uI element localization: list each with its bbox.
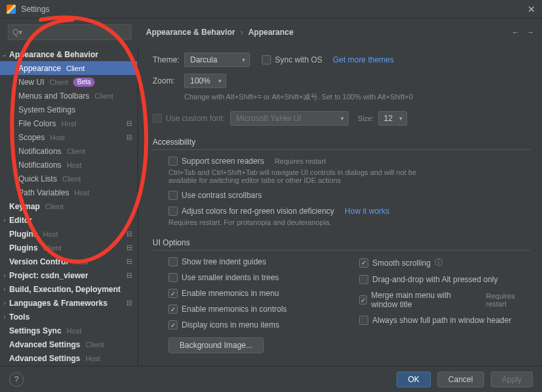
checkbox-icon xyxy=(168,257,178,266)
scope-tag: Host xyxy=(73,258,88,266)
nav-back-icon[interactable]: ← xyxy=(512,28,520,37)
chevron-down-icon: ▾ xyxy=(218,78,222,84)
custom-font-checkbox[interactable]: Use custom font: xyxy=(153,114,225,123)
checkbox-icon xyxy=(359,316,368,325)
sidebar-item[interactable]: Advanced SettingsHost xyxy=(0,351,137,365)
checkbox-icon xyxy=(153,114,162,123)
chevron-down-icon: ▾ xyxy=(341,115,344,122)
sidebar-item-label: Project: csdn_viewer xyxy=(9,271,88,280)
sidebar-item[interactable]: ›Languages & Frameworks⊟ xyxy=(0,296,137,310)
chevron-icon: › xyxy=(1,217,8,224)
sidebar-item[interactable]: ›Other Settings⊟ xyxy=(0,365,137,366)
sidebar-item[interactable]: Path VariablesHost xyxy=(0,185,137,199)
sidebar-item[interactable]: NotificationsClient xyxy=(0,144,137,158)
sidebar-item[interactable]: Advanced SettingsClient xyxy=(0,337,137,351)
sidebar-item-label: Path Variables xyxy=(18,188,69,197)
sidebar-item-label: Build, Execution, Deployment xyxy=(9,285,120,294)
ui-option-checkbox[interactable]: Enable mnemonics in menu xyxy=(168,289,339,298)
sidebar-item[interactable]: File ColorsHost⊟ xyxy=(0,116,137,130)
theme-select[interactable]: Darcula▾ xyxy=(184,53,250,67)
checkbox-icon xyxy=(168,320,178,330)
get-themes-link[interactable]: Get more themes xyxy=(333,55,394,64)
sidebar-item[interactable]: ›Build, Execution, Deployment xyxy=(0,282,137,296)
project-config-icon: ⊟ xyxy=(126,133,132,141)
sidebar-item-label: Settings Sync xyxy=(9,326,61,335)
how-it-works-link[interactable]: How it works xyxy=(345,207,389,216)
close-icon[interactable]: ✕ xyxy=(528,4,535,14)
project-config-icon: ⊟ xyxy=(126,243,132,252)
sidebar-item[interactable]: Menus and ToolbarsClient xyxy=(0,89,137,103)
info-icon: ⓘ xyxy=(435,257,443,268)
checkbox-icon xyxy=(359,275,368,284)
checkbox-icon xyxy=(168,157,178,166)
cancel-button[interactable]: Cancel xyxy=(437,372,484,387)
beta-badge: Beta xyxy=(73,78,95,87)
help-button[interactable]: ? xyxy=(9,372,24,387)
sidebar-item-label: Advanced Settings xyxy=(9,340,80,349)
project-config-icon: ⊟ xyxy=(126,119,132,128)
sidebar-item[interactable]: ›Tools xyxy=(0,310,137,324)
sidebar-item[interactable]: ›System Settings xyxy=(0,103,137,116)
checkbox-icon xyxy=(168,273,178,282)
checkbox-icon xyxy=(168,305,178,314)
sidebar-item[interactable]: ›Project: csdn_viewer⊟ xyxy=(0,268,137,282)
sidebar-item-label: System Settings xyxy=(18,105,76,114)
ui-option-checkbox[interactable]: Always show full path in window header xyxy=(359,316,530,325)
sidebar-item[interactable]: PluginsClient⊟ xyxy=(0,241,137,255)
search-input[interactable]: Q▾ xyxy=(8,24,132,40)
zoom-hint: Change with Alt+Shift+= or Alt+Shift+减号.… xyxy=(184,92,530,102)
sidebar-item[interactable]: Version ControlHost⊟ xyxy=(0,255,137,268)
nav-fwd-icon[interactable]: → xyxy=(526,28,534,37)
ok-button[interactable]: OK xyxy=(397,372,430,387)
sidebar-item-label: Notifications xyxy=(18,147,61,156)
chevron-icon: ⌄ xyxy=(1,51,8,58)
sidebar-item[interactable]: KeymapClient xyxy=(0,199,137,213)
scope-tag: Client xyxy=(62,175,81,183)
chevron-icon: › xyxy=(1,314,8,320)
chevron-icon: › xyxy=(1,300,8,306)
sidebar-item-label: Editor xyxy=(9,216,32,225)
font-select: Microsoft YaHei UI▾ xyxy=(230,111,349,126)
accessibility-title: Accessibility xyxy=(153,137,530,150)
scope-tag: Host xyxy=(61,120,76,128)
ui-option-checkbox[interactable]: Enable mnemonics in controls xyxy=(168,305,339,314)
sync-os-checkbox[interactable]: Sync with OS xyxy=(262,55,322,64)
sidebar-item-label: Scopes xyxy=(18,133,45,142)
ui-option-checkbox[interactable]: Display icons in menu items xyxy=(168,320,339,330)
sidebar-item[interactable]: New UIClientBeta xyxy=(0,75,137,89)
screen-reader-checkbox[interactable]: Support screen readers Requires restart xyxy=(168,157,530,166)
sidebar-item[interactable]: Settings SyncHost xyxy=(0,324,137,337)
sidebar-item-label: Quick Lists xyxy=(18,174,57,184)
sidebar-item-label: Appearance & Behavior xyxy=(9,50,98,59)
checkbox-icon xyxy=(359,295,367,305)
sidebar-item[interactable]: ⌄Appearance & Behavior xyxy=(0,47,137,61)
scope-tag: Host xyxy=(66,161,82,169)
checkbox-icon xyxy=(168,289,178,298)
zoom-select[interactable]: 100%▾ xyxy=(184,74,226,88)
scope-tag: Client xyxy=(43,244,61,252)
scope-tag: Client xyxy=(49,78,68,86)
sidebar-item-label: Keymap xyxy=(9,202,40,211)
ui-option-checkbox[interactable]: Drag-and-drop with Alt pressed only xyxy=(359,275,530,284)
checkbox-icon xyxy=(168,191,178,200)
scope-tag: Client xyxy=(66,147,85,155)
ui-option-checkbox[interactable]: Show tree indent guides xyxy=(168,257,339,266)
scope-tag: Host xyxy=(74,189,89,197)
theme-label: Theme: xyxy=(153,55,184,64)
background-image-button[interactable]: Background Image... xyxy=(168,337,264,353)
scope-tag: Host xyxy=(43,230,58,238)
apply-button[interactable]: Apply xyxy=(491,372,533,387)
sidebar-item[interactable]: Quick ListsClient xyxy=(0,172,137,185)
chevron-down-icon: ▾ xyxy=(242,57,245,63)
sidebar-item[interactable]: ScopesHost⊟ xyxy=(0,130,137,144)
ui-option-checkbox[interactable]: Smooth scrolling ⓘ xyxy=(359,257,530,268)
contrast-scrollbars-checkbox[interactable]: Use contrast scrollbars xyxy=(168,191,530,200)
sidebar-item[interactable]: AppearanceClient xyxy=(0,61,137,75)
ui-option-checkbox[interactable]: Use smaller indents in trees xyxy=(168,273,339,282)
ui-option-checkbox[interactable]: Merge main menu with window titleRequire… xyxy=(359,291,530,309)
chevron-icon: › xyxy=(11,107,17,113)
sidebar-item[interactable]: NotificationsHost xyxy=(0,158,137,172)
sidebar-item[interactable]: PluginsHost⊟ xyxy=(0,227,137,241)
sidebar-item[interactable]: ›Editor xyxy=(0,213,137,227)
color-adjust-checkbox[interactable]: Adjust colors for red-green vision defic… xyxy=(168,207,530,216)
